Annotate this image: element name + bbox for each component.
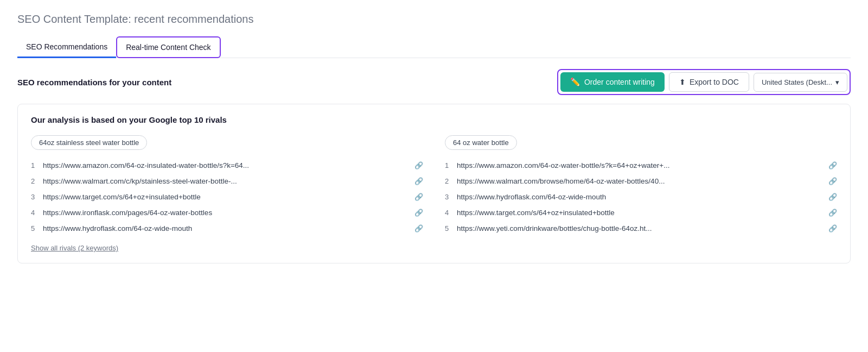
- location-dropdown-button[interactable]: United States (Deskt... ▾: [754, 73, 847, 92]
- title-sub: recent recommendations: [134, 13, 253, 25]
- tab-realtime-content-check[interactable]: Real-time Content Check: [116, 36, 220, 58]
- external-link-icon[interactable]: 🔗: [828, 177, 837, 185]
- external-link-icon[interactable]: 🔗: [828, 209, 837, 217]
- list-item: 1 https://www.amazon.com/64-oz-insulated…: [31, 158, 423, 173]
- rivals-grid: 64oz stainless steel water bottle 1 http…: [31, 135, 837, 236]
- external-link-icon[interactable]: 🔗: [828, 224, 837, 232]
- list-item: 1 https://www.amazon.com/64-oz-water-bot…: [445, 158, 837, 173]
- title-main: SEO Content Template:: [17, 13, 134, 25]
- chevron-down-icon: ▾: [835, 78, 839, 86]
- content-card: Our analysis is based on your Google top…: [17, 104, 851, 263]
- section-title: SEO recommendations for your content: [17, 78, 171, 87]
- external-link-icon[interactable]: 🔗: [828, 161, 837, 169]
- order-content-writing-button[interactable]: ✏️ Order content writing: [560, 72, 665, 92]
- keyword-tag-1: 64oz stainless steel water bottle: [31, 135, 147, 150]
- card-heading: Our analysis is based on your Google top…: [31, 115, 837, 124]
- rival-column-1: 64oz stainless steel water bottle 1 http…: [31, 135, 423, 236]
- pencil-icon: ✏️: [570, 77, 580, 87]
- keyword-tag-2: 64 oz water bottle: [445, 135, 517, 150]
- rival-column-2: 64 oz water bottle 1 https://www.amazon.…: [445, 135, 837, 236]
- list-item: 2 https://www.walmart.com/browse/home/64…: [445, 173, 837, 189]
- export-to-doc-button[interactable]: ⬆ Export to DOC: [669, 72, 749, 92]
- list-item: 4 https://www.ironflask.com/pages/64-oz-…: [31, 205, 423, 221]
- url-list-1: 1 https://www.amazon.com/64-oz-insulated…: [31, 158, 423, 236]
- tab-seo-recommendations[interactable]: SEO Recommendations: [17, 37, 116, 58]
- upload-icon: ⬆: [679, 78, 686, 86]
- external-link-icon[interactable]: 🔗: [414, 161, 423, 169]
- toolbar-actions: ✏️ Order content writing ⬆ Export to DOC…: [557, 69, 851, 95]
- tabs-row: SEO Recommendations Real-time Content Ch…: [17, 36, 851, 58]
- list-item: 5 https://www.yeti.com/drinkware/bottles…: [445, 221, 837, 236]
- external-link-icon[interactable]: 🔗: [414, 209, 423, 217]
- list-item: 3 https://www.target.com/s/64+oz+insulat…: [31, 189, 423, 205]
- external-link-icon[interactable]: 🔗: [414, 224, 423, 232]
- list-item: 2 https://www.walmart.com/c/kp/stainless…: [31, 173, 423, 189]
- show-all-rivals-link[interactable]: Show all rivals (2 keywords): [31, 244, 118, 252]
- url-list-2: 1 https://www.amazon.com/64-oz-water-bot…: [445, 158, 837, 236]
- toolbar-row: SEO recommendations for your content ✏️ …: [17, 69, 851, 95]
- list-item: 4 https://www.target.com/s/64+oz+insulat…: [445, 205, 837, 221]
- list-item: 3 https://www.hydroflask.com/64-oz-wide-…: [445, 189, 837, 205]
- external-link-icon[interactable]: 🔗: [828, 193, 837, 201]
- page-title: SEO Content Template: recent recommendat…: [17, 13, 851, 26]
- external-link-icon[interactable]: 🔗: [414, 193, 423, 201]
- external-link-icon[interactable]: 🔗: [414, 177, 423, 185]
- list-item: 5 https://www.hydroflask.com/64-oz-wide-…: [31, 221, 423, 236]
